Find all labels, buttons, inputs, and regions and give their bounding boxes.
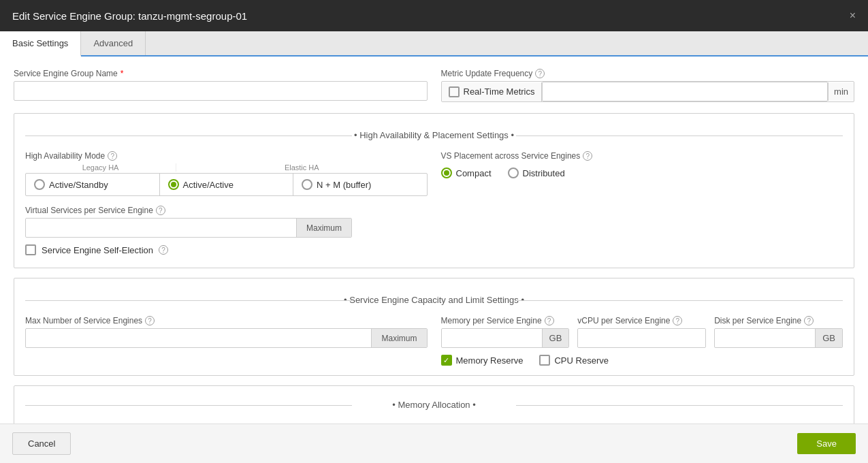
cpu-reserve-item: CPU Reserve <box>539 355 608 366</box>
vs-per-se-input-group: 10 Maximum <box>25 218 352 238</box>
vs-radio-distributed[interactable] <box>508 167 519 178</box>
realtime-metrics-checkbox-label[interactable]: Real-Time Metrics <box>442 82 543 101</box>
ha-radio-active-active[interactable] <box>168 179 179 190</box>
cpu-reserve-label: CPU Reserve <box>554 355 608 366</box>
se-group-name-label: Service Engine Group Name * <box>14 69 428 78</box>
vcpu-per-se-input-group: 1 <box>577 328 706 348</box>
reserve-row: ✓ Memory Reserve CPU Reserve <box>441 355 843 366</box>
cpu-reserve-checkbox[interactable] <box>539 355 550 366</box>
metric-unit: min <box>828 82 854 101</box>
max-se-maximum-button[interactable]: Maximum <box>371 329 426 347</box>
max-se-help-icon: ? <box>145 316 155 325</box>
modal-title: Edit Service Engine Group: tanzu-mgmt-se… <box>12 10 247 22</box>
disk-per-se-input-group: 15 GB <box>714 328 843 348</box>
tab-bar: Basic Settings Advanced <box>0 31 868 57</box>
vs-per-se-label: Virtual Services per Service Engine ? <box>25 206 843 215</box>
save-button[interactable]: Save <box>797 433 856 454</box>
memory-alloc-title: • Memory Allocation • <box>25 400 843 410</box>
ha-mode-label: High Availability Mode ? <box>25 151 428 161</box>
self-election-help-icon: ? <box>159 245 168 255</box>
capacity-limit-section: • Service Engine Capacity and Limit Sett… <box>14 278 854 376</box>
vcpu-per-se-label: vCPU per Service Engine ? <box>577 316 706 325</box>
vs-radio-compact[interactable] <box>441 167 452 178</box>
max-se-input[interactable]: 10 <box>26 329 371 347</box>
ha-option-n-plus-m[interactable]: N + M (buffer) <box>293 174 427 195</box>
self-election-checkbox[interactable] <box>25 244 36 255</box>
self-election-row: Service Engine Self-Election ? <box>25 244 843 255</box>
vs-per-se-input[interactable]: 10 <box>26 219 296 237</box>
disk-unit: GB <box>815 329 842 347</box>
vs-per-se-maximum-button[interactable]: Maximum <box>296 219 351 237</box>
modal-container: Edit Service Engine Group: tanzu-mgmt-se… <box>0 0 868 463</box>
vs-placement-label: VS Placement across Service Engines ? <box>441 151 843 161</box>
ha-option-active-active[interactable]: Active/Active <box>160 174 294 195</box>
modal-footer: Cancel Save <box>0 424 868 463</box>
memory-per-se-label: Memory per Service Engine ? <box>441 316 570 325</box>
vcpu-per-se-input[interactable]: 1 <box>578 329 705 347</box>
vs-option-distributed[interactable]: Distributed <box>508 167 565 178</box>
disk-per-se-help-icon: ? <box>804 316 814 325</box>
memory-unit: GB <box>542 329 569 347</box>
modal-header: Edit Service Engine Group: tanzu-mgmt-se… <box>0 0 868 31</box>
ha-mode-help-icon: ? <box>108 151 117 161</box>
vcpu-per-se-help-icon: ? <box>673 316 682 325</box>
disk-per-se-label: Disk per Service Engine ? <box>714 316 843 325</box>
max-se-label: Max Number of Service Engines ? <box>25 316 428 325</box>
ha-option-active-standby[interactable]: Active/Standby <box>26 174 160 195</box>
vs-per-se-help-icon: ? <box>156 206 165 215</box>
close-button[interactable]: × <box>850 10 856 22</box>
memory-per-se-field: Memory per Service Engine ? 2 GB <box>441 316 570 348</box>
memory-alloc-section: • Memory Allocation • <box>14 385 854 424</box>
disk-per-se-input[interactable]: 15 <box>715 329 815 347</box>
memory-per-se-input[interactable]: 2 <box>442 329 542 347</box>
tab-basic-settings[interactable]: Basic Settings <box>0 31 81 57</box>
ha-radio-active-standby[interactable] <box>34 179 45 190</box>
vs-placement-options: Compact Distributed <box>441 167 843 178</box>
disk-per-se-field: Disk per Service Engine ? 15 GB <box>714 316 843 348</box>
vs-placement-help-icon: ? <box>583 151 592 161</box>
legacy-ha-header: Legacy HA <box>25 163 176 172</box>
elastic-ha-header: Elastic HA <box>176 163 427 172</box>
required-asterisk: * <box>120 69 124 78</box>
cancel-button[interactable]: Cancel <box>12 432 71 455</box>
metric-row: Real-Time Metrics 30 min <box>441 81 855 102</box>
memory-reserve-checkbox[interactable]: ✓ <box>441 355 452 366</box>
modal-body: Service Engine Group Name * tanzu-mgmt-s… <box>0 57 868 424</box>
memory-reserve-label: Memory Reserve <box>456 355 524 366</box>
memory-per-se-input-group: 2 GB <box>441 328 570 348</box>
metric-help-icon: ? <box>535 69 545 78</box>
realtime-metrics-checkbox[interactable] <box>449 86 460 97</box>
memory-reserve-item: ✓ Memory Reserve <box>441 355 524 366</box>
metric-update-freq-label: Metric Update Frequency ? <box>441 69 855 78</box>
metric-value-input[interactable]: 30 <box>542 82 828 101</box>
ha-radio-n-plus-m[interactable] <box>302 179 312 190</box>
max-se-input-group: 10 Maximum <box>25 328 428 348</box>
tab-advanced[interactable]: Advanced <box>81 31 146 55</box>
ha-placement-section: • High Availability & Placement Settings… <box>14 113 854 268</box>
vcpu-per-se-field: vCPU per Service Engine ? 1 <box>577 316 706 348</box>
memory-per-se-help-icon: ? <box>545 316 554 325</box>
se-group-name-input[interactable]: tanzu-mgmt-segroup-01 <box>14 81 428 101</box>
vs-option-compact[interactable]: Compact <box>441 167 492 178</box>
self-election-label: Service Engine Self-Election <box>42 245 153 255</box>
capacity-section-title: • Service Engine Capacity and Limit Sett… <box>25 295 843 305</box>
ha-section-title: • High Availability & Placement Settings… <box>25 130 843 140</box>
